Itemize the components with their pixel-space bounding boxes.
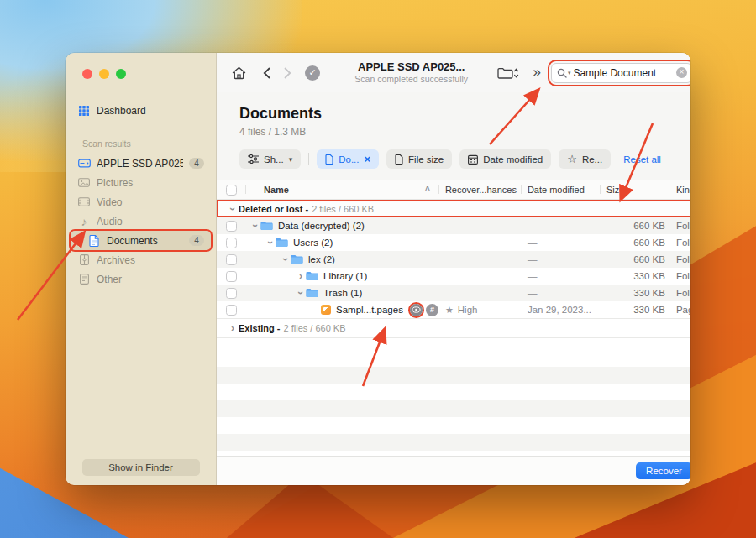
reset-all-link[interactable]: Reset all	[623, 154, 661, 165]
audio-note-icon: ♪	[77, 215, 91, 228]
search-input[interactable]	[573, 67, 673, 79]
select-all-checkbox[interactable]	[226, 185, 237, 196]
date-modified-cell: —	[521, 221, 600, 231]
row-chevron-icon[interactable]	[265, 238, 276, 248]
close-window-button[interactable]	[82, 69, 92, 79]
row-checkbox[interactable]	[226, 305, 237, 316]
traffic-lights	[66, 53, 216, 79]
chip-label: Do...	[339, 154, 359, 165]
recovery-chances-chip[interactable]: ☆ Re...	[559, 149, 611, 169]
zoom-window-button[interactable]	[116, 69, 126, 79]
star-icon: ☆	[567, 154, 577, 165]
sidebar: Dashboard Scan results APPLE SSD AP025..…	[66, 53, 217, 485]
table-row[interactable]: Library (1) — 330 KB Folder	[217, 268, 690, 285]
table-row[interactable]: Data (decrypted) (2) — 660 KB Folder	[217, 217, 690, 234]
sidebar-item-label: APPLE SSD AP025...	[97, 158, 183, 170]
group-chevron-icon[interactable]	[227, 323, 239, 333]
toolbar-title: APPLE SSD AP025...	[325, 60, 497, 74]
dashboard-grid-icon	[77, 104, 91, 118]
search-scope-chevron-icon[interactable]: ▾	[568, 70, 571, 76]
back-icon[interactable]	[263, 67, 270, 79]
documents-icon	[87, 234, 101, 248]
search-field[interactable]: ▾ ×	[551, 63, 690, 83]
hash-badge-icon[interactable]: #	[426, 304, 438, 316]
remove-filter-icon[interactable]: ×	[364, 153, 370, 165]
kind-cell: Folder	[669, 238, 690, 248]
group-row-deleted-or-lost[interactable]: Deleted or lost - 2 files / 660 KB	[217, 200, 690, 217]
annotation-circle	[410, 304, 423, 316]
home-icon[interactable]	[232, 66, 246, 80]
preview-eye-icon[interactable]	[410, 304, 423, 316]
group-label: Deleted or lost -	[239, 204, 308, 214]
document-icon	[395, 154, 403, 165]
toolbar-overflow-icon[interactable]: »	[533, 64, 540, 81]
minimize-window-button[interactable]	[99, 69, 109, 79]
table-row[interactable]: Users (2) — 660 KB Folder	[217, 234, 690, 251]
sidebar-item-label: Pictures	[97, 177, 204, 189]
show-in-finder-button[interactable]: Show in Finder	[82, 459, 200, 476]
row-checkbox[interactable]	[226, 271, 237, 282]
sidebar-item-archives[interactable]: Archives	[71, 250, 211, 269]
file-name: Library (1)	[323, 271, 367, 281]
column-header-date-modified[interactable]: Date modified	[521, 180, 600, 199]
table-row[interactable]: Trash (1) — 330 KB Folder	[217, 285, 690, 301]
group-label: Existing -	[239, 323, 281, 333]
table-row[interactable]: lex (2) — 660 KB Folder	[217, 251, 690, 268]
chip-label: File size	[408, 154, 444, 165]
chip-label: Date modified	[483, 154, 543, 165]
sidebar-item-other[interactable]: Other	[71, 269, 211, 289]
show-filters-chip[interactable]: Sh... ▾	[239, 149, 301, 169]
row-chevron-icon[interactable]	[250, 221, 260, 231]
row-checkbox[interactable]	[226, 238, 237, 248]
group-chevron-icon[interactable]	[227, 204, 239, 214]
row-checkbox[interactable]	[226, 221, 237, 232]
size-cell: 330 KB	[600, 288, 669, 298]
size-cell: 660 KB	[600, 221, 669, 231]
row-chevron-icon[interactable]	[296, 288, 306, 298]
count-badge: 4	[189, 235, 204, 246]
group-meta: 2 files / 660 KB	[284, 323, 346, 333]
pages-file-icon	[321, 305, 331, 315]
sidebar-item-audio[interactable]: ♪ Audio	[71, 212, 211, 231]
file-size-chip[interactable]: File size	[386, 149, 452, 169]
sidebar-item-video[interactable]: Video	[71, 192, 211, 212]
count-badge: 4	[189, 158, 204, 169]
file-name: Data (decrypted) (2)	[278, 221, 365, 231]
sidebar-item-label: Documents	[107, 235, 183, 247]
date-modified-chip[interactable]: Date modified	[459, 149, 551, 169]
folder-sort-icon[interactable]	[497, 66, 519, 80]
column-header-size[interactable]: Size	[600, 180, 669, 199]
chip-label: Sh...	[264, 154, 284, 165]
date-modified-cell: —	[521, 254, 600, 264]
folder-icon	[276, 238, 288, 248]
sidebar-item-documents[interactable]: › Documents 4	[71, 231, 211, 250]
column-header-name[interactable]: Name ^	[245, 180, 438, 199]
disclosure-chevron-icon[interactable]: ›	[74, 236, 81, 246]
chevron-down-icon: ▾	[289, 155, 293, 164]
calendar-icon	[468, 154, 478, 165]
sidebar-item-apple-ssd[interactable]: APPLE SSD AP025... 4	[71, 154, 211, 173]
recover-button[interactable]: Recover	[636, 462, 690, 479]
row-checkbox[interactable]	[226, 254, 237, 265]
table-row-sample-file[interactable]: Sampl...t.pages # ★ High Jan 29, 2023.	[217, 301, 690, 318]
sliders-icon	[248, 154, 259, 164]
app-window: Dashboard Scan results APPLE SSD AP025..…	[66, 53, 690, 485]
toolbar-subtitle: Scan completed successfully	[325, 74, 497, 85]
row-checkbox[interactable]	[226, 288, 237, 299]
column-header-kind[interactable]: Kind	[669, 180, 690, 199]
group-row-existing[interactable]: Existing - 2 files / 660 KB	[217, 318, 690, 338]
file-table: Name ^ Recover...hances Date modified Si…	[217, 180, 690, 485]
clear-search-icon[interactable]: ×	[676, 67, 687, 78]
empty-list-area	[217, 338, 690, 456]
kind-cell: Folder	[669, 271, 690, 281]
row-chevron-icon[interactable]	[296, 271, 306, 281]
sidebar-item-dashboard[interactable]: Dashboard	[71, 101, 211, 120]
size-cell: 330 KB	[600, 271, 669, 281]
column-header-recovery-chances[interactable]: Recover...hances	[438, 180, 521, 199]
video-icon	[77, 196, 91, 209]
sidebar-item-pictures[interactable]: Pictures	[71, 173, 211, 192]
row-chevron-icon[interactable]	[281, 254, 291, 264]
documents-filter-chip[interactable]: Do... ×	[317, 149, 379, 169]
archives-icon	[77, 253, 91, 267]
forward-icon[interactable]	[284, 67, 291, 79]
